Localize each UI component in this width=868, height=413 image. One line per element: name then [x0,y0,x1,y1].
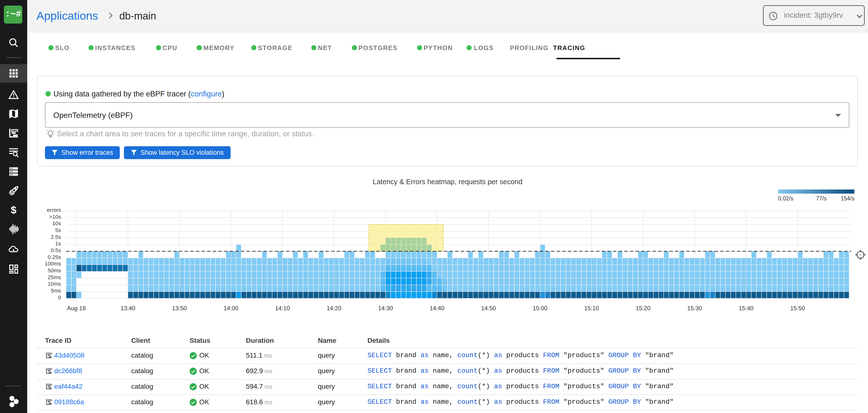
svg-text:$: $ [11,204,16,216]
